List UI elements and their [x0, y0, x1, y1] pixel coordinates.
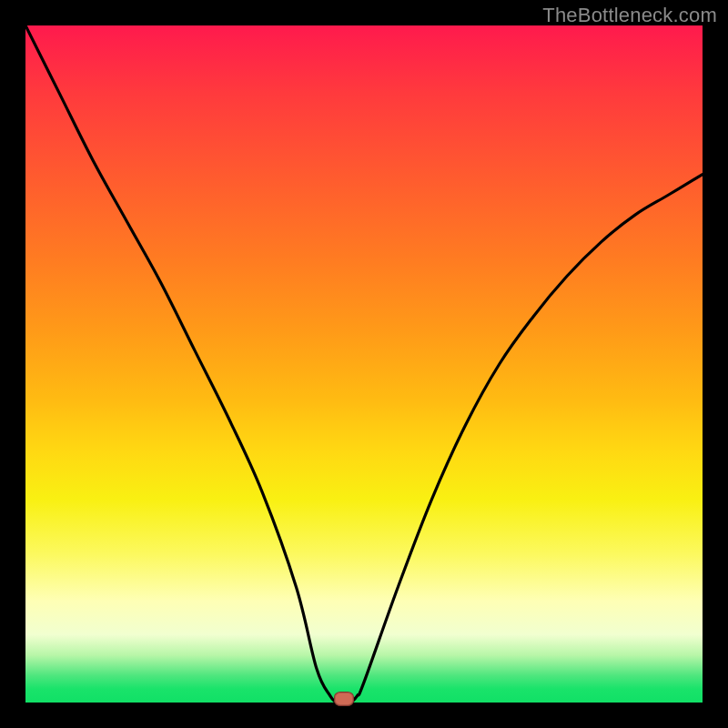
bottleneck-curve [25, 25, 703, 703]
watermark-text: TheBottleneck.com [542, 4, 717, 27]
plot-area [25, 25, 703, 703]
optimal-point-marker [334, 692, 354, 706]
chart-frame: TheBottleneck.com [0, 0, 728, 728]
